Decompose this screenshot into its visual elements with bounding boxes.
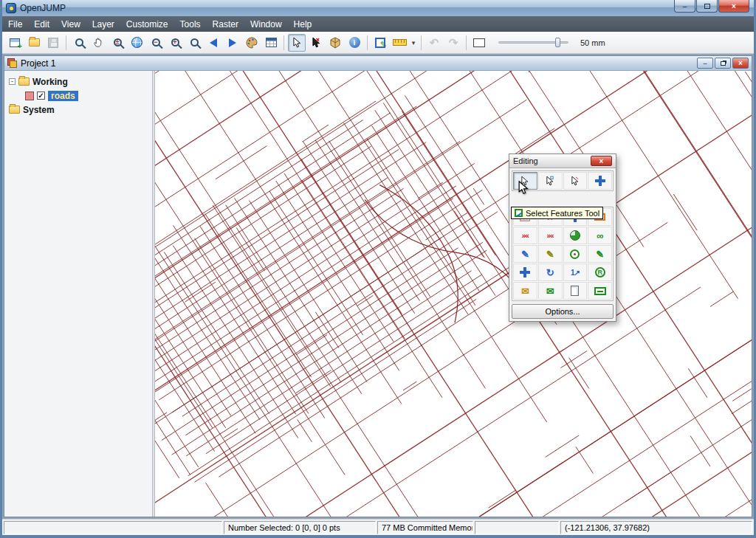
fence-button[interactable] [470, 34, 488, 52]
editing-toolbox-titlebar[interactable]: Editing × [509, 154, 616, 168]
move-features-tool[interactable] [588, 172, 612, 190]
tree-item-roads[interactable]: ✓ roads [6, 89, 151, 103]
menu-edit[interactable]: Edit [28, 17, 55, 32]
zoom-icon [75, 38, 83, 46]
rotate-at-point-tool[interactable]: R [588, 263, 612, 281]
zoom-to-selection-button[interactable]: + [166, 34, 184, 52]
scale-selected-items-tool[interactable] [563, 227, 588, 244]
note-tool[interactable] [563, 282, 588, 300]
save-icon [48, 38, 58, 48]
layer-checkbox[interactable]: ✓ [37, 92, 45, 100]
menu-help[interactable]: Help [288, 17, 318, 32]
editing-toolbox-toggle-button[interactable]: ✎ [371, 34, 389, 52]
collapse-icon[interactable]: - [9, 78, 16, 85]
save-project-button[interactable] [44, 34, 62, 52]
tooltip: Select Features Tool [511, 207, 603, 219]
warp-envelope-tool[interactable]: ✉ [513, 282, 537, 300]
zoom-out-icon: − [152, 38, 160, 46]
scale-1d-tool[interactable]: 1↗ [563, 263, 588, 281]
tree-label-roads[interactable]: roads [48, 91, 78, 101]
main-toolbar: + ± − + i ✎ ▾ ↶ ↷ [2, 32, 754, 54]
palette-icon [246, 37, 258, 49]
new-task-button[interactable]: + [6, 34, 24, 52]
redo-button[interactable]: ↷ [444, 34, 462, 52]
clear-selection-icon [312, 37, 320, 48]
project-minimize-button[interactable]: – [697, 58, 713, 69]
circle-icon [570, 249, 580, 259]
select-features-button[interactable] [288, 34, 306, 52]
zoom-out-button[interactable]: − [147, 34, 165, 52]
menu-tools[interactable]: Tools [174, 17, 207, 32]
draw-linestring-tool[interactable]: ✎ [513, 245, 537, 263]
arrow-left-icon [210, 38, 217, 47]
minimize-icon: – [683, 2, 687, 10]
attribute-table-button[interactable] [262, 34, 280, 52]
project-restore-button[interactable] [715, 58, 731, 69]
app-icon [6, 3, 16, 13]
clear-selection-button[interactable] [307, 34, 325, 52]
snap-icon: »« [547, 232, 554, 240]
zoom-previous-button[interactable] [205, 34, 222, 52]
menu-raster[interactable]: Raster [207, 17, 244, 32]
editing-toolbox-title: Editing [513, 156, 538, 165]
open-project-button[interactable] [25, 34, 43, 52]
restore-icon [721, 61, 726, 66]
scale-slider-handle[interactable] [555, 38, 560, 47]
app-titlebar[interactable]: OpenJUMP [2, 0, 754, 16]
status-coordinates-panel: (-121.21306, 37.97682) [560, 521, 752, 534]
fence-tool[interactable] [588, 282, 612, 300]
zoom-next-button[interactable] [224, 34, 241, 52]
move-selected-items-tool[interactable] [513, 263, 537, 281]
copy-envelope-tool[interactable]: ✉ [538, 282, 563, 300]
undo-button[interactable]: ↶ [425, 34, 443, 52]
select-vertices-tool[interactable] [538, 172, 563, 190]
map-canvas[interactable] [155, 71, 752, 517]
connect-linestrings-tool[interactable]: ∞ [588, 227, 612, 244]
select-arrow-icon [293, 37, 301, 48]
feature-info-button[interactable]: i [346, 34, 363, 52]
menu-customize[interactable]: Customize [120, 17, 174, 32]
editing-toolbox-close-button[interactable]: × [591, 156, 612, 166]
minimize-button[interactable]: – [674, 0, 695, 13]
snap-vertices-to-point-tool[interactable]: »« [538, 227, 563, 244]
menu-file[interactable]: File [2, 17, 28, 32]
menu-layer[interactable]: Layer [86, 17, 120, 32]
scale-pie-icon [570, 230, 580, 241]
zoom-tool-button[interactable] [70, 34, 88, 52]
measure-button[interactable] [391, 34, 408, 52]
project-titlebar[interactable]: Project 1 – × [4, 56, 752, 71]
measure-dropdown-arrow[interactable]: ▾ [410, 39, 417, 46]
envelope-icon: ✉ [521, 286, 529, 297]
project-window-controls: – × [697, 58, 749, 69]
maximize-button[interactable] [696, 0, 718, 13]
zoom-full-extent-button[interactable] [128, 34, 145, 52]
new-task-icon: + [10, 38, 20, 47]
tree-label-working[interactable]: Working [32, 77, 68, 87]
zoom-selection-icon: + [171, 38, 179, 46]
mouse-cursor [518, 180, 529, 197]
toolbar-separator [66, 35, 66, 50]
select-linestrings-tool[interactable] [563, 172, 588, 190]
zoom-to-layers-button[interactable] [185, 34, 203, 52]
draw-polygon-tool[interactable]: ✎ [538, 245, 563, 263]
scale-slider-track[interactable] [498, 41, 568, 44]
cube-3d-button[interactable] [326, 34, 344, 52]
pan-tool-button[interactable] [89, 34, 107, 52]
project-close-button[interactable]: × [732, 58, 749, 69]
tree-item-system[interactable]: System [6, 103, 151, 117]
close-button[interactable]: × [718, 0, 749, 13]
tree-label-system[interactable]: System [23, 105, 55, 115]
draw-circle-tool[interactable] [563, 245, 588, 263]
menu-window[interactable]: Window [244, 17, 288, 32]
tree-item-working[interactable]: - Working [6, 75, 151, 89]
status-scale-panel [475, 521, 559, 534]
draw-point-tool[interactable]: ✎ [588, 245, 612, 263]
rotate-selected-items-tool[interactable]: ↻ [538, 263, 563, 281]
menu-view[interactable]: View [55, 17, 86, 32]
zoom-realtime-button[interactable]: ± [109, 34, 126, 52]
snap-vertices-tool[interactable]: »« [513, 227, 537, 244]
scale-value: 50 mm [580, 38, 605, 47]
change-styles-button[interactable] [243, 34, 261, 52]
layer-swatch[interactable] [25, 92, 34, 100]
options-button[interactable]: Options... [512, 304, 614, 319]
